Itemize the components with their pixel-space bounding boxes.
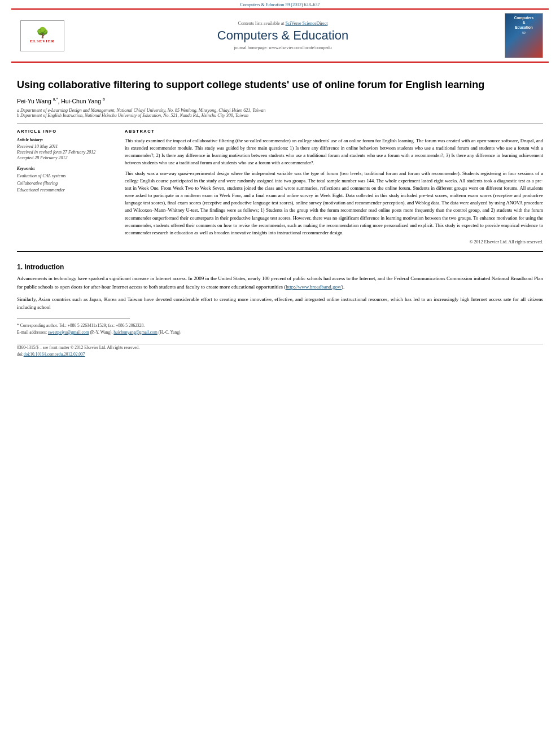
bottom-bar: 0360-1315/$ – see front matter © 2012 El… xyxy=(17,344,543,362)
affiliation-b: b Department of English Instruction, Nat… xyxy=(17,113,543,118)
article-info-heading: ARTICLE INFO xyxy=(17,129,116,134)
abstract-text: This study examined the impact of collab… xyxy=(125,137,543,237)
sciverse-line: Contents lists available at SciVerse Sci… xyxy=(68,21,498,26)
keyword-1: Evaluation of CAL systems xyxy=(17,173,116,180)
sciverse-link[interactable]: SciVerse ScienceDirect xyxy=(286,21,328,26)
accepted-date: Accepted 28 February 2012 xyxy=(17,155,116,160)
section-1-heading: 1. Introduction xyxy=(17,263,543,271)
received-revised-date: Received in revised form 27 February 201… xyxy=(17,150,116,155)
email-label: E-mail addresses: xyxy=(17,330,47,335)
journal-header: 🌳 ELSEVIER Contents lists available at S… xyxy=(11,8,549,63)
email-yang-name: (H.-C. Yang). xyxy=(159,330,182,335)
article-title: Using collaborative filtering to support… xyxy=(17,78,543,91)
history-label: Article history: xyxy=(17,137,116,142)
doi-link[interactable]: doi:10.1016/j.compedu.2012.02.007 xyxy=(24,352,85,357)
elsevier-tree-icon: 🌳 xyxy=(36,28,49,38)
keywords-section: Keywords: Evaluation of CAL systems Coll… xyxy=(17,166,116,194)
received-date: Received 10 May 2011 xyxy=(17,144,116,149)
journal-reference: Computers & Education 59 (2012) 628–637 xyxy=(240,2,320,7)
homepage-line: journal homepage: www.elsevier.com/locat… xyxy=(68,45,498,50)
journal-cover: Computers&Education 59 xyxy=(498,13,543,58)
elsevier-box: 🌳 ELSEVIER xyxy=(20,20,64,51)
copyright: © 2012 Elsevier Ltd. All rights reserved… xyxy=(125,239,543,244)
introduction-body: Advancements in technology have sparked … xyxy=(17,274,543,312)
email-yang[interactable]: huichunyang@gmail.com xyxy=(113,330,158,335)
intro-paragraph-2: Similarly, Asian countries such as Japan… xyxy=(17,295,543,312)
cover-image: Computers&Education 59 xyxy=(505,13,543,58)
elsevier-label: ELSEVIER xyxy=(30,39,54,43)
abstract-paragraph-2: This study was a one-way quasi-experimen… xyxy=(125,170,543,237)
abstract-paragraph-1: This study examined the impact of collab… xyxy=(125,137,543,167)
cover-title: Computers&Education xyxy=(514,16,533,30)
abstract-heading: ABSTRACT xyxy=(125,129,543,134)
keyword-2: Collaborative filtering xyxy=(17,180,116,187)
elsevier-logo: 🌳 ELSEVIER xyxy=(17,20,68,51)
email-wang[interactable]: sweetpeiyu@gmail.com xyxy=(48,330,89,335)
issn-line: 0360-1315/$ – see front matter © 2012 El… xyxy=(17,344,543,352)
article-body-columns: ARTICLE INFO Article history: Received 1… xyxy=(17,129,543,244)
divider-1 xyxy=(17,124,543,124)
affiliation-a: a Department of e-Learning Design and Ma… xyxy=(17,108,543,113)
journal-center-info: Contents lists available at SciVerse Sci… xyxy=(68,21,498,50)
article-info-column: ARTICLE INFO Article history: Received 1… xyxy=(17,129,116,244)
cover-vol: 59 xyxy=(522,31,526,34)
doi-line: doi:doi:10.1016/j.compedu.2012.02.007 xyxy=(17,351,543,359)
top-citation-bar: Computers & Education 59 (2012) 628–637 xyxy=(0,0,560,8)
email-wang-name: (P.-Y. Wang), xyxy=(90,330,112,335)
abstract-column: ABSTRACT This study examined the impact … xyxy=(125,129,543,244)
main-content: Using collaborative filtering to support… xyxy=(0,63,560,368)
broadband-link[interactable]: http://www.broadband.gov/ xyxy=(286,284,342,290)
divider-2 xyxy=(17,251,543,252)
footnote-tel: * Corresponding author. Tel.: +886 5 226… xyxy=(17,322,543,329)
intro-paragraph-1: Advancements in technology have sparked … xyxy=(17,274,543,291)
authors: Pei-Yu Wang a,*, Hui-Chun Yang b xyxy=(17,97,543,104)
footnote-email: E-mail addresses: sweetpeiyu@gmail.com (… xyxy=(17,329,543,336)
keywords-label: Keywords: xyxy=(17,166,116,171)
keyword-3: Educational recommender xyxy=(17,187,116,194)
footnote-divider xyxy=(17,318,130,319)
journal-title: Computers & Education xyxy=(68,28,498,43)
footnote-corresponding: * Corresponding author. Tel.: +886 5 226… xyxy=(17,322,543,336)
affiliations: a Department of e-Learning Design and Ma… xyxy=(17,108,543,118)
